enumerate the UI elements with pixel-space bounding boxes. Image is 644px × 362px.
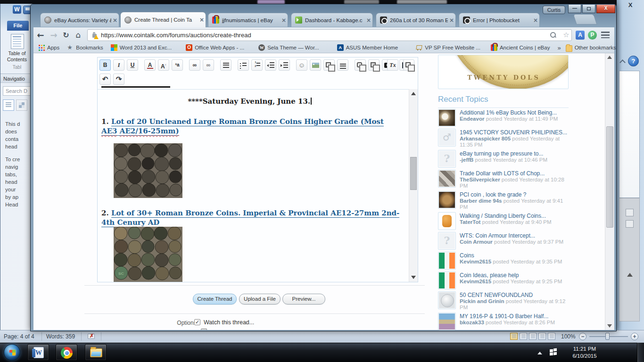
outdent-button[interactable]	[265, 59, 276, 71]
collapse-ribbon-icon[interactable]	[619, 59, 626, 66]
new-tab-button[interactable]	[573, 14, 597, 25]
word-file-tab[interactable]: File	[7, 21, 29, 31]
editor-content[interactable]: ****Saturday Evening, June 13. 1. Lot of…	[98, 89, 409, 282]
upload-file-button[interactable]: Upload a File	[239, 294, 281, 304]
topic-row[interactable]: Coin Ideas, please help Kevinm2615 poste…	[438, 272, 569, 289]
windows-update-tray-icon[interactable]	[550, 349, 557, 355]
topic-user[interactable]: TheSilverpicker	[460, 177, 500, 182]
profile-name-button[interactable]: Curtis	[543, 6, 565, 14]
taskbar-explorer-button[interactable]	[85, 344, 107, 361]
topic-title[interactable]: Coins	[460, 252, 562, 259]
zoom-slider-thumb[interactable]	[605, 333, 610, 340]
watch-thread-checkbox[interactable]: ✓	[194, 319, 200, 325]
avatar[interactable]	[438, 272, 456, 289]
indent-button[interactable]	[279, 59, 290, 71]
fullscreen-reading-view-button[interactable]	[520, 333, 527, 340]
topic-user[interactable]: Coin Armour	[460, 239, 493, 245]
tab-create-thread[interactable]: Create Thread | Coin Ta ×	[120, 12, 206, 27]
underline-button[interactable]: U	[127, 59, 138, 71]
remove-formatting-button[interactable]: Tx	[387, 59, 398, 71]
scroll-up-icon[interactable]	[607, 56, 612, 59]
draft-view-button[interactable]	[548, 333, 555, 340]
pushbullet-extension-icon[interactable]: P	[588, 31, 597, 40]
zoom-out-button[interactable]: −	[579, 333, 586, 340]
email-notification-checkbox-partial[interactable]	[201, 329, 207, 330]
topic-row[interactable]: PCI coin , look the grade ? Barber dime …	[438, 191, 569, 210]
bookmark-office-web-apps[interactable]: OOffice Web Apps - ...	[186, 44, 244, 51]
home-icon[interactable]: ⌂	[72, 30, 84, 40]
table-of-contents-icon[interactable]	[11, 34, 24, 49]
quote-button[interactable]	[337, 59, 348, 71]
insert-gallery-button[interactable]	[355, 59, 366, 71]
text-color-button[interactable]: A	[144, 59, 156, 71]
maximize-button[interactable]	[582, 5, 595, 13]
bookmark-ancient-coins[interactable]: Ancient Coins | eBay	[491, 44, 550, 51]
avatar[interactable]	[438, 212, 456, 230]
smilies-button[interactable]: ☺	[296, 59, 307, 71]
scroll-down-icon[interactable]	[607, 324, 612, 328]
topic-user[interactable]: -jeffB	[460, 157, 473, 163]
web-layout-view-button[interactable]	[529, 333, 537, 340]
other-bookmarks-folder[interactable]: Other bookmarks	[566, 44, 616, 51]
font-size-button[interactable]: A↑	[158, 59, 169, 71]
topic-user[interactable]: Kevinm2615	[460, 259, 491, 264]
avatar[interactable]	[438, 313, 456, 330]
word-close-button[interactable]: X	[623, 1, 637, 9]
listing-2-link[interactable]: Lot of 30+ Roman Bronze Coins. Imperial …	[101, 209, 399, 227]
topic-row[interactable]: Walking / Standing Liberty Coins... Tate…	[438, 212, 569, 230]
close-button[interactable]: X	[596, 5, 615, 13]
topic-row[interactable]: Additional 1% eBay Bucks Not Being... En…	[438, 109, 569, 127]
avatar[interactable]	[438, 291, 456, 309]
print-layout-view-button[interactable]	[510, 333, 518, 340]
topic-row[interactable]: Trade Dollar with LOTS of Chop... TheSil…	[438, 170, 569, 189]
topic-title[interactable]: PCI coin , look the grade ?	[460, 191, 569, 198]
alignment-button[interactable]	[220, 59, 231, 71]
editor-scrollbar-thumb[interactable]	[410, 157, 417, 190]
topic-user[interactable]: Endeavor	[460, 116, 484, 122]
tab-close-icon[interactable]: ×	[532, 16, 539, 24]
tab-kabbage-dashboard[interactable]: Dashboard - Kabbage.c ×	[291, 13, 373, 27]
create-thread-button[interactable]: Create Thread	[193, 294, 237, 304]
bookmark-star-icon[interactable]: ☆	[561, 31, 571, 39]
topic-row[interactable]: MY 1916-P & 1901-O Barber Half... bkozak…	[438, 313, 569, 330]
avatar[interactable]: ♂	[438, 129, 456, 147]
topic-title[interactable]: Coin Ideas, please help	[460, 272, 562, 279]
topic-row[interactable]: ♂ 1945 VICTORY SOUVENIR PHILIPINES... Ar…	[438, 129, 569, 148]
topic-row[interactable]: ? WTS: Coin Armour Intercept... Coin Arm…	[438, 232, 569, 250]
topic-user[interactable]: TaterTot	[460, 219, 480, 225]
bookmark-sela-theme[interactable]: WSela Theme — Wor...	[258, 44, 319, 51]
bold-button[interactable]: B	[99, 59, 111, 71]
bookmarks-shortcut[interactable]: ★Bookmarks	[67, 44, 103, 51]
redo-button[interactable]: ↷	[113, 74, 124, 85]
bookmark-asus[interactable]: AASUS Member Home	[337, 44, 398, 51]
topic-user[interactable]: Arkansaspicker 805	[460, 136, 511, 141]
zoom-in-button[interactable]: +	[631, 333, 638, 340]
scroll-up-icon[interactable]	[411, 92, 416, 95]
topic-title[interactable]: Additional 1% eBay Bucks Not Being...	[460, 109, 558, 116]
search-document-input[interactable]: Search D	[3, 86, 32, 96]
https-warning-lock-icon[interactable]	[91, 32, 98, 38]
font-family-button[interactable]: ªa	[172, 59, 183, 71]
apps-shortcut[interactable]: Apps	[38, 44, 59, 51]
page-scrollbar[interactable]	[605, 53, 614, 330]
avatar[interactable]	[438, 170, 456, 188]
scroll-up-icon[interactable]	[627, 273, 633, 277]
topic-title[interactable]: 1945 VICTORY SOUVENIR PHILIPINES...	[460, 129, 569, 136]
forward-icon[interactable]: →	[48, 30, 60, 40]
address-bar[interactable]: https://www.cointalk.com/forums/auctions…	[87, 29, 572, 41]
tab-jjfnumismatics[interactable]: jjfnumismatics | eBay ×	[208, 13, 288, 27]
insert-image-button[interactable]	[310, 59, 321, 71]
topic-title[interactable]: eBay turning up the pressure to...	[460, 150, 547, 157]
editor-scrollbar[interactable]	[409, 89, 418, 282]
scroll-down-icon[interactable]	[411, 276, 416, 279]
translate-extension-icon[interactable]: A	[576, 31, 585, 40]
draft-status-button[interactable]	[403, 59, 414, 71]
insert-media-button[interactable]	[323, 59, 335, 71]
bookmark-word2013[interactable]: Word 2013 and Exc...	[111, 44, 172, 51]
preview-button[interactable]: Preview...	[282, 294, 325, 304]
show-desktop-button[interactable]	[637, 343, 644, 362]
taskbar-word-button[interactable]: W	[27, 344, 49, 361]
topic-title[interactable]: MY 1916-P & 1901-O Barber Half...	[460, 313, 555, 320]
pan-hand-icon[interactable]	[626, 220, 634, 228]
topic-user[interactable]: Kevinm2615	[460, 279, 491, 284]
